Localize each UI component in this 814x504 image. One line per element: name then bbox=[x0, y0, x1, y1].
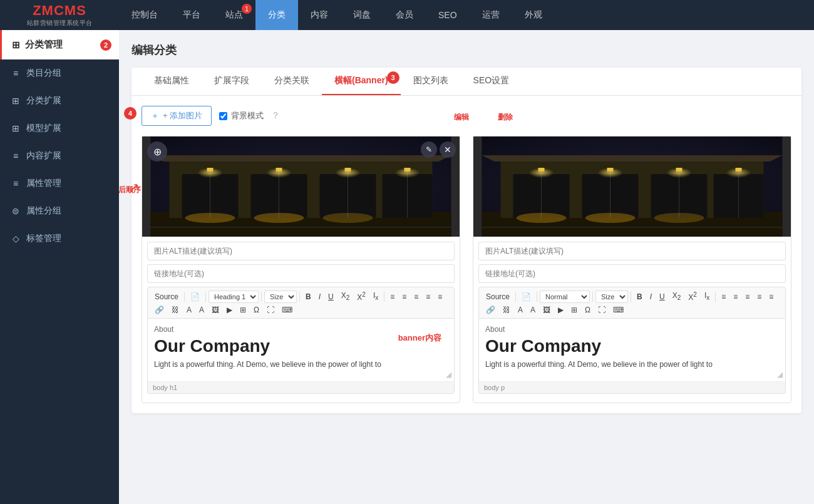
ul-btn-1[interactable]: ≡ bbox=[399, 291, 410, 302]
align-left-1[interactable]: ≡ bbox=[411, 291, 421, 302]
link-btn-2[interactable]: 🔗 bbox=[483, 304, 498, 316]
media-btn-2[interactable]: ▶ bbox=[555, 304, 567, 316]
nav-item-运营[interactable]: 运营 bbox=[470, 0, 512, 30]
color-btn-2[interactable]: A bbox=[515, 304, 526, 316]
help-icon[interactable]: ？ bbox=[271, 110, 280, 121]
ol-btn-2[interactable]: ≡ bbox=[718, 291, 729, 302]
bold-btn-2[interactable]: B bbox=[634, 291, 646, 302]
sidebar-item-属性分组[interactable]: ⊜属性分组 bbox=[0, 197, 119, 225]
tab-分类关联[interactable]: 分类关联 bbox=[262, 68, 322, 95]
nav-item-词盘[interactable]: 词盘 bbox=[341, 0, 383, 30]
nav-item-内容[interactable]: 内容 bbox=[298, 0, 341, 30]
unlink-btn-2[interactable]: ⛓ bbox=[500, 304, 513, 316]
fullscreen-btn-1[interactable]: ⛶ bbox=[264, 304, 277, 316]
svg-point-20 bbox=[185, 213, 235, 223]
media-btn-1[interactable]: ▶ bbox=[224, 304, 235, 316]
drag-arrow: ↗ bbox=[130, 180, 139, 194]
fullscreen-btn-2[interactable]: ⛶ bbox=[595, 304, 609, 316]
sub-btn-1[interactable]: X2 bbox=[338, 290, 353, 302]
nav-item-分类[interactable]: 分类 bbox=[255, 0, 298, 30]
table-btn-1[interactable]: ⊞ bbox=[237, 304, 249, 316]
underline-btn-1[interactable]: U bbox=[325, 291, 337, 302]
nav-item-SEO[interactable]: SEO bbox=[426, 0, 470, 30]
edit-button-1[interactable]: ✎ bbox=[421, 141, 437, 158]
resize-handle-1[interactable]: ◢ bbox=[446, 370, 451, 379]
sidebar-icon: ≡ bbox=[10, 178, 21, 188]
tab-SEO设置[interactable]: SEO设置 bbox=[461, 68, 522, 95]
table-btn-2[interactable]: ⊞ bbox=[568, 304, 580, 316]
page-title: 编辑分类 bbox=[131, 43, 801, 58]
sidebar-item-属性管理[interactable]: ≡属性管理 bbox=[0, 170, 119, 197]
editor-statusbar-1: body h1 bbox=[148, 381, 454, 393]
sub-btn-2[interactable]: X2 bbox=[669, 290, 684, 302]
color-btn-1[interactable]: A bbox=[183, 304, 195, 316]
tab-扩展字段[interactable]: 扩展字段 bbox=[202, 68, 262, 95]
italic-btn-1[interactable]: I bbox=[316, 291, 324, 302]
drag-annotation: 长按拖拽以改变图片先后顺序 bbox=[119, 174, 141, 195]
background-mode-input[interactable] bbox=[219, 112, 227, 120]
editor-content-1[interactable]: About Our Company Light is a powerful th… bbox=[148, 319, 454, 381]
align-center-1[interactable]: ≡ bbox=[423, 291, 433, 302]
clear-btn-2[interactable]: Ix bbox=[701, 290, 713, 302]
link-btn-1[interactable]: 🔗 bbox=[152, 304, 167, 316]
desc-text-1: Light is a powerful thing. At Demo, we b… bbox=[154, 360, 448, 369]
code-btn-1[interactable]: ⌨ bbox=[279, 304, 296, 316]
sidebar-item-标签管理[interactable]: ◇标签管理 bbox=[0, 225, 119, 252]
link-input-1[interactable] bbox=[147, 264, 455, 283]
nav-item-站点[interactable]: 站点1 bbox=[213, 0, 255, 30]
banner-image-container-1: ⊕ ✎ ✕ bbox=[142, 136, 460, 237]
img-btn-1[interactable]: 🖼 bbox=[209, 304, 222, 316]
align-right-1[interactable]: ≡ bbox=[435, 291, 445, 302]
code-btn-2[interactable]: ⌨ bbox=[610, 304, 627, 316]
doc-btn-2[interactable]: 📄 bbox=[518, 291, 534, 302]
clear-btn-1[interactable]: Ix bbox=[370, 290, 381, 302]
sup-btn-2[interactable]: X2 bbox=[685, 290, 700, 303]
background-mode-label: 背景模式 bbox=[231, 110, 264, 121]
unlink-btn-1[interactable]: ⛓ bbox=[168, 304, 182, 316]
sidebar-item-分类扩展[interactable]: ⊞分类扩展 bbox=[0, 87, 119, 115]
resize-handle-2[interactable]: ◢ bbox=[777, 370, 783, 379]
align-left-2[interactable]: ≡ bbox=[742, 291, 753, 302]
heading-select-1[interactable]: Heading 1 Heading 2 Normal bbox=[209, 291, 259, 303]
source-btn-2[interactable]: Source bbox=[483, 291, 513, 302]
bgcolor-btn-1[interactable]: A bbox=[196, 304, 207, 316]
tab-横幅(Banner)[interactable]: 横幅(Banner)3 bbox=[322, 68, 401, 95]
tab-图文列表[interactable]: 图文列表 bbox=[401, 68, 461, 95]
logo-brand: ZMCMS bbox=[33, 3, 86, 19]
nav-item-平台[interactable]: 平台 bbox=[170, 0, 213, 30]
ul-btn-2[interactable]: ≡ bbox=[730, 291, 741, 302]
sidebar-item-内容扩展[interactable]: ≡内容扩展 bbox=[0, 142, 119, 170]
underline-btn-2[interactable]: U bbox=[656, 291, 668, 302]
img-btn-2[interactable]: 🖼 bbox=[540, 304, 554, 316]
doc-btn-1[interactable]: 📄 bbox=[187, 291, 203, 302]
delete-button-1[interactable]: ✕ bbox=[440, 141, 456, 158]
sidebar-item-模型扩展[interactable]: ⊞模型扩展 bbox=[0, 115, 119, 142]
background-mode-checkbox[interactable]: 背景模式 bbox=[219, 110, 264, 121]
svg-rect-18 bbox=[345, 168, 351, 172]
align-center-2[interactable]: ≡ bbox=[754, 291, 765, 302]
size-select-2[interactable]: Size bbox=[595, 291, 628, 303]
sidebar-item-类目分组[interactable]: ≡类目分组 bbox=[0, 59, 119, 87]
sup-btn-1[interactable]: X2 bbox=[354, 290, 369, 303]
align-right-2[interactable]: ≡ bbox=[766, 291, 776, 302]
tab-基础属性[interactable]: 基础属性 bbox=[142, 68, 202, 95]
source-btn-1[interactable]: Source bbox=[152, 291, 182, 302]
nav-item-控制台[interactable]: 控制台 bbox=[119, 0, 170, 30]
special-btn-1[interactable]: Ω bbox=[250, 304, 262, 316]
size-select-1[interactable]: Size bbox=[264, 291, 297, 303]
bold-btn-1[interactable]: B bbox=[302, 291, 314, 302]
alt-input-1[interactable] bbox=[147, 242, 455, 260]
heading-select-2[interactable]: Normal Heading 1 Heading 2 bbox=[540, 291, 590, 303]
link-input-2[interactable] bbox=[478, 264, 786, 283]
editor-toolbar-2: Source 📄 Normal Heading 1 Heading 2 bbox=[479, 287, 785, 319]
nav-item-会员[interactable]: 会员 bbox=[383, 0, 426, 30]
special-btn-2[interactable]: Ω bbox=[582, 304, 594, 316]
alt-input-2[interactable] bbox=[478, 242, 786, 260]
add-image-button[interactable]: ＋ + 添加图片 bbox=[142, 106, 212, 126]
bgcolor-btn-2[interactable]: A bbox=[527, 304, 538, 316]
ol-btn-1[interactable]: ≡ bbox=[387, 291, 398, 302]
italic-btn-2[interactable]: I bbox=[647, 291, 655, 302]
drag-handle-1[interactable]: ⊕ bbox=[147, 141, 167, 162]
editor-content-2[interactable]: About Our Company Light is a powerful th… bbox=[479, 319, 785, 381]
nav-item-外观[interactable]: 外观 bbox=[512, 0, 555, 30]
